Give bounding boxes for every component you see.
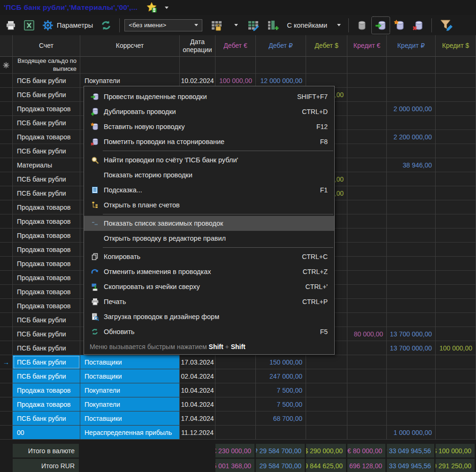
cell-acc[interactable]: Продажа товаров [13,397,80,411]
cell-cusd[interactable] [436,130,476,144]
table-row[interactable]: ПСБ банк рублиПоставщики17.04.202468 700… [0,411,476,426]
cell-drub[interactable]: 7 500,00 [256,397,306,411]
cell-crub[interactable]: 2 000 000,00 [387,102,436,116]
db-insert-button[interactable] [391,17,408,33]
cell-cusd[interactable]: 100 000,00 [436,341,476,355]
cell-ceur[interactable] [347,214,387,228]
filter-edit-button[interactable] [437,17,456,33]
cell-cusd[interactable] [436,271,476,285]
refresh-button[interactable] [98,17,115,33]
cell-crub[interactable] [387,411,436,426]
cell-corr[interactable]: Поставщики [80,411,180,426]
cell-acc[interactable]: ПСБ банк рубли [13,74,80,88]
db-delete-button[interactable] [410,17,427,33]
cell-deur[interactable] [215,369,256,383]
cell-cusd[interactable] [436,172,476,186]
cell-ceur[interactable] [347,130,387,144]
grid-lock-caret[interactable] [234,24,238,26]
inflow-balance-label[interactable]: Входящее сальдо по выписке [13,57,80,74]
cell-acc[interactable]: 00 [13,426,80,440]
cell-corr[interactable]: Нераспределенная прибыль [80,426,180,440]
menu-item-hint[interactable]: Подсказка...F1 [84,183,334,198]
cell-ceur[interactable] [347,228,387,243]
cell-cusd[interactable] [436,116,476,130]
favorite-menu-caret[interactable] [165,7,169,9]
parameters-button[interactable]: Параметры [39,17,96,33]
cell-crub[interactable] [387,88,436,102]
cell-deur[interactable] [215,411,256,426]
cell-ceur[interactable] [347,74,387,88]
header-operation-date[interactable]: Дата операции [180,35,215,57]
cell-cusd[interactable] [436,397,476,411]
cell-dusd[interactable] [306,426,347,440]
cell-crub[interactable] [387,285,436,299]
cell-crub[interactable] [387,383,436,397]
menu-item-refresh[interactable]: ОбновитьF5 [84,324,334,339]
cell-ceur[interactable] [347,383,387,397]
cell-dusd[interactable] [306,397,347,411]
cell-cusd[interactable] [436,299,476,313]
menu-item-print[interactable]: ПечатьCTRL+P [84,294,334,309]
db-post-button[interactable] [372,17,389,33]
cell-acc[interactable]: Продажа товаров [13,228,80,243]
cell-drub[interactable]: 247 000,00 [256,369,306,383]
header-credit-rub[interactable]: Кредит ₽ [387,35,436,57]
cell-ceur[interactable] [347,186,387,200]
cell-cusd[interactable] [436,313,476,327]
cell-acc[interactable]: ПСБ банк рубли [13,369,80,383]
header-debit-usd[interactable]: Дебет $ [306,35,347,57]
table-row[interactable]: Продажа товаровПокупатели10.04.20247 500… [0,383,476,397]
cell-corr[interactable]: Поставщики [80,355,180,369]
cell-crub[interactable] [387,200,436,214]
print-button[interactable] [3,17,19,33]
cell-drub[interactable] [256,426,306,440]
cell-dusd[interactable] [306,411,347,426]
table-row[interactable]: ПСБ банк рублиПоставщики02.04.2024247 00… [0,369,476,383]
cell-crub[interactable]: 13 700 000,00 [387,327,436,341]
cell-date[interactable]: 10.04.2024 [180,383,215,397]
cell-ceur[interactable] [347,299,387,313]
cell-cusd[interactable] [436,214,476,228]
cell-cusd[interactable] [436,74,476,88]
cell-acc[interactable]: Продажа товаров [13,200,80,214]
cell-crub[interactable] [387,369,436,383]
cell-ceur[interactable] [347,102,387,116]
menu-item-undo-changes[interactable]: Отменить изменения в проводкахCTRL+Z [84,264,334,279]
cell-crub[interactable] [387,116,436,130]
cell-crub[interactable]: 1 000 000,00 [387,426,436,440]
cell-acc[interactable]: ПСБ банк рубли [13,313,80,327]
cell-crub[interactable] [387,257,436,271]
cell-crub[interactable] [387,397,436,411]
cell-acc[interactable]: ПСБ банк рубли [13,411,80,426]
cell-acc[interactable]: Продажа товаров [13,299,80,313]
grid-add-column-button[interactable] [264,17,282,33]
cell-acc[interactable]: Продажа товаров [13,243,80,257]
cell-acc[interactable]: ПСБ банк рубли [13,186,80,200]
cell-acc[interactable]: ПСБ банк рубли [13,116,80,130]
cell-cusd[interactable] [436,186,476,200]
cell-cusd[interactable] [436,228,476,243]
cell-cusd[interactable] [436,243,476,257]
grid-lock-button[interactable] [208,17,226,33]
menu-item-show-dependent-list[interactable]: Показать список зависимых проводок [84,216,334,231]
cell-crub[interactable]: 2 200 000,00 [387,130,436,144]
cell-acc[interactable]: Продажа товаров [13,271,80,285]
cell-cusd[interactable] [436,200,476,214]
cell-credit-eur[interactable] [347,57,387,74]
cell-ceur[interactable] [347,257,387,271]
cell-date[interactable]: 10.04.2024 [180,397,215,411]
cell-cusd[interactable] [436,144,476,158]
cell-ceur[interactable] [347,88,387,102]
header-corr-account[interactable]: Коррсчет [80,35,180,57]
header-debit-eur[interactable]: Дебет € [215,35,256,57]
cell-ceur[interactable] [347,355,387,369]
cell-ceur[interactable] [347,426,387,440]
cell-acc[interactable]: Продажа товаров [13,257,80,271]
view-preset-combo[interactable]: <без имени> [124,19,202,31]
cell-corr[interactable]: Покупатели [80,397,180,411]
table-row[interactable]: →ПСБ банк рублиПоставщики17.03.2024150 0… [0,355,476,369]
cell-crub[interactable] [387,74,436,88]
cell-corr[interactable]: Покупатели [80,383,180,397]
cell-acc[interactable]: ПСБ банк рубли [13,88,80,102]
cell-acc[interactable]: Продажа товаров [13,214,80,228]
